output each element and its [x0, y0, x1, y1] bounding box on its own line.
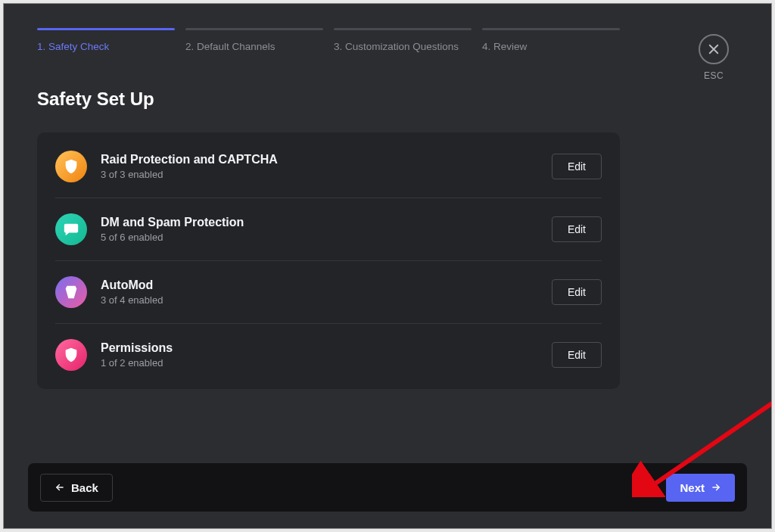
step-label: 4. Review	[482, 41, 620, 52]
modal-frame: 1. Safety Check 2. Default Channels 3. C…	[3, 3, 772, 529]
edit-button[interactable]: Edit	[552, 216, 602, 242]
row-title: DM and Spam Protection	[101, 216, 538, 229]
edit-button[interactable]: Edit	[552, 279, 602, 305]
row-subtitle: 3 of 3 enabled	[101, 169, 538, 180]
step-bar	[482, 28, 620, 30]
esc-label: ESC	[704, 70, 724, 81]
stepper: 1. Safety Check 2. Default Channels 3. C…	[37, 28, 620, 52]
row-text: Raid Protection and CAPTCHA 3 of 3 enabl…	[101, 153, 538, 180]
step-bar	[37, 28, 175, 30]
row-title: Permissions	[101, 341, 538, 355]
row-automod: AutoMod 3 of 4 enabled Edit	[55, 260, 602, 323]
row-text: Permissions 1 of 2 enabled	[101, 341, 538, 369]
row-title: AutoMod	[101, 278, 538, 292]
safety-panel: Raid Protection and CAPTCHA 3 of 3 enabl…	[37, 132, 620, 389]
row-raid-protection: Raid Protection and CAPTCHA 3 of 3 enabl…	[55, 135, 602, 198]
modal-content: 1. Safety Check 2. Default Channels 3. C…	[4, 4, 771, 389]
step-customization-questions[interactable]: 3. Customization Questions	[334, 28, 472, 52]
step-label: 1. Safety Check	[37, 41, 175, 52]
step-bar	[185, 28, 323, 30]
back-button[interactable]: Back	[40, 474, 113, 502]
row-subtitle: 3 of 4 enabled	[101, 294, 538, 306]
chat-icon	[55, 213, 87, 245]
step-default-channels[interactable]: 2. Default Channels	[185, 28, 323, 52]
row-text: DM and Spam Protection 5 of 6 enabled	[101, 216, 538, 243]
next-label: Next	[680, 481, 705, 494]
close-button[interactable]: ESC	[699, 34, 729, 81]
step-bar	[334, 28, 472, 30]
step-review[interactable]: 4. Review	[482, 28, 620, 52]
automod-icon	[55, 276, 87, 308]
edit-button[interactable]: Edit	[552, 154, 602, 179]
next-button[interactable]: Next	[666, 474, 735, 502]
row-text: AutoMod 3 of 4 enabled	[101, 278, 538, 306]
arrow-left-icon	[54, 482, 65, 493]
step-label: 2. Default Channels	[185, 41, 323, 52]
row-permissions: Permissions 1 of 2 enabled Edit	[55, 323, 602, 386]
step-label: 3. Customization Questions	[334, 41, 472, 52]
shield-user-icon	[55, 339, 87, 371]
row-title: Raid Protection and CAPTCHA	[101, 153, 538, 166]
shield-star-icon	[55, 151, 87, 182]
close-icon	[699, 34, 729, 64]
edit-button[interactable]: Edit	[552, 342, 602, 368]
back-label: Back	[71, 481, 98, 494]
footer-bar: Back Next	[28, 463, 747, 512]
row-dm-spam-protection: DM and Spam Protection 5 of 6 enabled Ed…	[55, 198, 602, 260]
page-title: Safety Set Up	[37, 89, 738, 110]
step-safety-check[interactable]: 1. Safety Check	[37, 28, 175, 52]
arrow-right-icon	[711, 482, 721, 493]
row-subtitle: 1 of 2 enabled	[101, 357, 538, 369]
row-subtitle: 5 of 6 enabled	[101, 232, 538, 243]
